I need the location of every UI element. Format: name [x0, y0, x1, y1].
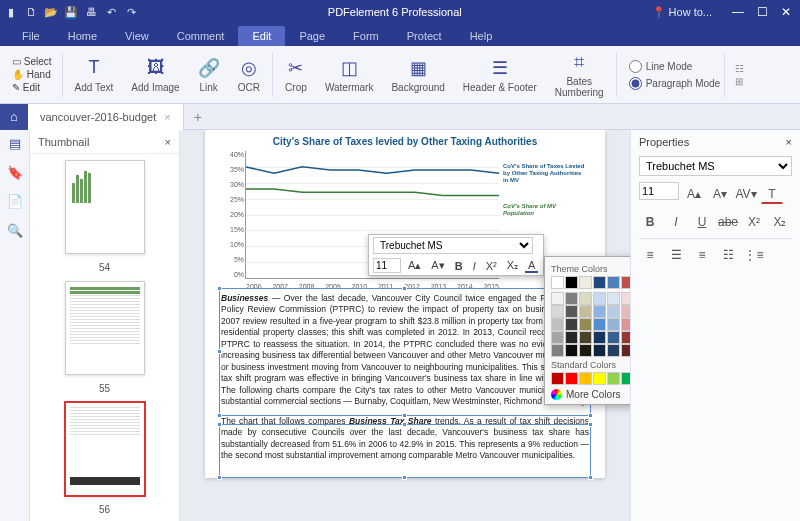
new-tab-button[interactable]: +: [184, 109, 212, 125]
document-area[interactable]: City's Share of Taxes levied by Other Ta…: [180, 130, 630, 521]
new-icon[interactable]: 🗋: [24, 5, 38, 19]
align-icon[interactable]: ☷: [735, 63, 744, 74]
body-paragraph[interactable]: The chart that follows compares Business…: [221, 416, 589, 462]
color-swatch[interactable]: [579, 331, 592, 344]
bold-button[interactable]: B: [639, 212, 661, 232]
attachments-icon[interactable]: 📄: [7, 194, 23, 209]
color-swatch[interactable]: [565, 344, 578, 357]
color-swatch[interactable]: [551, 344, 564, 357]
select-tool[interactable]: ▭ Select: [12, 56, 52, 67]
color-swatch[interactable]: [607, 344, 620, 357]
superscript-icon[interactable]: X²: [483, 260, 500, 272]
tab-comment[interactable]: Comment: [163, 26, 239, 46]
color-swatch[interactable]: [621, 372, 630, 385]
minimize-button[interactable]: —: [728, 5, 748, 19]
color-swatch[interactable]: [607, 372, 620, 385]
color-swatch[interactable]: [607, 276, 620, 289]
color-swatch[interactable]: [607, 318, 620, 331]
color-swatch[interactable]: [565, 305, 578, 318]
tab-help[interactable]: Help: [456, 26, 507, 46]
font-size-input[interactable]: [639, 182, 679, 200]
shrink-font-icon[interactable]: A▾: [428, 259, 447, 272]
line-mode-radio[interactable]: Line Mode: [629, 60, 721, 73]
color-swatch[interactable]: [579, 372, 592, 385]
properties-close-icon[interactable]: ×: [786, 136, 792, 148]
tab-form[interactable]: Form: [339, 26, 393, 46]
add-text-button[interactable]: TAdd Text: [67, 55, 122, 95]
italic-button[interactable]: I: [665, 212, 687, 232]
tab-view[interactable]: View: [111, 26, 163, 46]
color-swatch[interactable]: [621, 292, 630, 305]
font-family-select[interactable]: Trebuchet MS: [639, 156, 792, 176]
color-swatch[interactable]: [593, 318, 606, 331]
thumbnail-page[interactable]: [65, 402, 145, 496]
font-color-icon[interactable]: A: [525, 259, 538, 273]
paragraph-mode-radio[interactable]: Paragraph Mode: [629, 77, 721, 90]
tab-protect[interactable]: Protect: [393, 26, 456, 46]
tab-page[interactable]: Page: [285, 26, 339, 46]
align-center-button[interactable]: ☰: [665, 245, 687, 265]
color-swatch[interactable]: [593, 344, 606, 357]
thumbnail-page[interactable]: [65, 160, 145, 254]
color-swatch[interactable]: [579, 305, 592, 318]
home-tab-button[interactable]: ⌂: [0, 104, 28, 130]
thumbnail-page[interactable]: [65, 281, 145, 375]
edit-tool[interactable]: ✎ Edit: [12, 82, 40, 93]
ocr-button[interactable]: ◎OCR: [230, 55, 268, 95]
crop-button[interactable]: ✂Crop: [277, 55, 315, 95]
close-button[interactable]: ✕: [776, 5, 796, 19]
subscript-button[interactable]: X₂: [769, 212, 791, 232]
document-tab[interactable]: vancouver-2016-budget×: [28, 104, 184, 130]
redo-icon[interactable]: ↷: [124, 5, 138, 19]
print-icon[interactable]: 🖶: [84, 5, 98, 19]
color-swatch[interactable]: [551, 372, 564, 385]
color-swatch[interactable]: [607, 305, 620, 318]
link-button[interactable]: 🔗Link: [190, 55, 228, 95]
color-swatch[interactable]: [551, 276, 564, 289]
superscript-button[interactable]: X²: [743, 212, 765, 232]
italic-icon[interactable]: I: [470, 260, 479, 272]
color-swatch[interactable]: [621, 318, 630, 331]
tab-home[interactable]: Home: [54, 26, 111, 46]
tab-file[interactable]: File: [8, 26, 54, 46]
color-swatch[interactable]: [579, 318, 592, 331]
color-swatch[interactable]: [621, 331, 630, 344]
more-colors-button[interactable]: More Colors: [551, 389, 630, 400]
bold-icon[interactable]: B: [452, 260, 466, 272]
color-swatch[interactable]: [621, 276, 630, 289]
align-right-button[interactable]: ≡: [691, 245, 713, 265]
font-size-input[interactable]: [373, 258, 401, 273]
color-swatch[interactable]: [579, 276, 592, 289]
grow-font-icon[interactable]: A▴: [683, 184, 705, 204]
color-swatch[interactable]: [593, 305, 606, 318]
align-justify-button[interactable]: ☷: [717, 245, 739, 265]
font-color-icon[interactable]: T: [761, 184, 783, 204]
distribute-icon[interactable]: ⊞: [735, 76, 743, 87]
color-swatch[interactable]: [607, 331, 620, 344]
color-swatch[interactable]: [621, 344, 630, 357]
underline-button[interactable]: U: [691, 212, 713, 232]
color-swatch[interactable]: [565, 318, 578, 331]
list-button[interactable]: ⋮≡: [743, 245, 765, 265]
shrink-font-icon[interactable]: A▾: [709, 184, 731, 204]
watermark-button[interactable]: ◫Watermark: [317, 55, 382, 95]
color-swatch[interactable]: [551, 292, 564, 305]
color-swatch[interactable]: [565, 331, 578, 344]
color-swatch[interactable]: [593, 372, 606, 385]
char-scale-icon[interactable]: AV▾: [735, 184, 757, 204]
open-icon[interactable]: 📂: [44, 5, 58, 19]
maximize-button[interactable]: ☐: [752, 5, 772, 19]
font-select[interactable]: Trebuchet MS: [373, 237, 533, 254]
thumbnail-close-icon[interactable]: ×: [165, 136, 171, 148]
add-image-button[interactable]: 🖼Add Image: [123, 55, 187, 95]
howto-link[interactable]: 📍 How to...: [652, 6, 712, 19]
color-swatch[interactable]: [621, 305, 630, 318]
save-icon[interactable]: 💾: [64, 5, 78, 19]
color-swatch[interactable]: [551, 305, 564, 318]
color-swatch[interactable]: [607, 292, 620, 305]
color-swatch[interactable]: [565, 372, 578, 385]
color-picker[interactable]: Theme Colors Standard Colors More Colors: [544, 256, 630, 405]
color-swatch[interactable]: [551, 331, 564, 344]
tab-close-icon[interactable]: ×: [164, 111, 170, 123]
align-left-button[interactable]: ≡: [639, 245, 661, 265]
